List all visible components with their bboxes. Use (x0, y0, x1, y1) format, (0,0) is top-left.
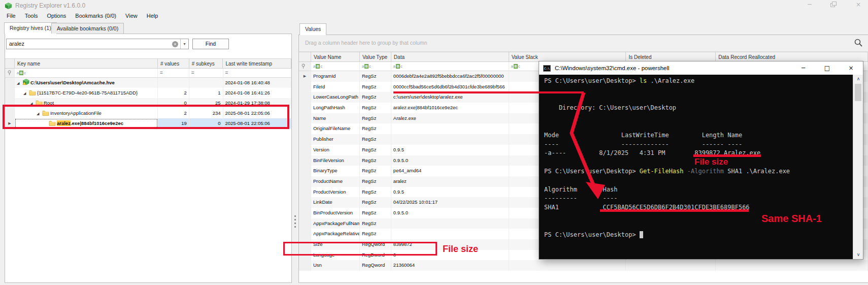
values-column-header[interactable]: Is Deleted (626, 52, 716, 62)
tree-row[interactable]: ◢Root0252024-01-29 17:38:08 (5, 98, 291, 108)
value-name-cell: BinFileVersion (311, 155, 360, 166)
abc-filter-icon[interactable]: aBc (511, 64, 520, 69)
terminal-text-segment: Get-FileHash (640, 168, 684, 175)
value-data-cell: 0000ccf5bad56ce5d6db6f2b4d301cfde3be689b… (391, 82, 509, 92)
tree-subkeys-count-cell: 1 (189, 88, 223, 98)
tree-key-cell[interactable]: ◢C:\Users\user\Desktop\Amcache.hve (15, 78, 158, 88)
group-by-hint: Drag a column header here to group by th… (305, 40, 427, 46)
search-value[interactable]: aralez (9, 41, 24, 47)
terminal-minimize-icon[interactable]: ─ (791, 61, 815, 75)
tree-column-header[interactable]: Last write timestamp (223, 58, 291, 69)
scroll-down-icon[interactable]: ∨ (853, 251, 863, 259)
terminal-line: ---- ------------- ------ ---- (544, 140, 850, 149)
tree-timestamp-cell: 2025-08-01 22:05:06 (223, 118, 292, 129)
menu-item-options[interactable]: Options (42, 11, 71, 21)
values-row-indicator (299, 155, 311, 166)
menu-item-tools[interactable]: Tools (20, 11, 43, 21)
tree-row[interactable]: ◢InventoryApplicationFile22342025-08-01 … (5, 108, 291, 118)
values-row-indicator (299, 103, 311, 113)
tree-column-header[interactable]: # values (158, 58, 189, 69)
search-icon[interactable] (854, 38, 863, 47)
values-column-header[interactable]: Data (391, 52, 509, 62)
scroll-up-icon[interactable]: ∧ (853, 75, 863, 83)
terminal-maximize-icon[interactable]: □ (815, 61, 839, 75)
search-dropdown-icon[interactable]: ▾ (180, 39, 188, 49)
abc-filter-icon[interactable]: aBc (393, 64, 403, 69)
tree-row[interactable]: ◢C:\Users\user\Desktop\Amcache.hve2024-0… (5, 78, 291, 88)
values-row[interactable]: UsnRegQword21360064 (299, 260, 868, 271)
values-row-indicator (299, 145, 311, 155)
abc-filter-icon[interactable]: aBc (17, 71, 26, 76)
tree-key-cell[interactable]: ◢{11517B7C-E79D-4e20-961B-75A811715ADD} (15, 88, 158, 98)
values-column-header[interactable]: Value Type (360, 52, 391, 62)
value-data-cell: aralez.exe|884bf1016ce9e2ec (391, 103, 509, 113)
expand-arrow-icon[interactable]: ◢ (30, 99, 36, 108)
value-type-cell: RegSz (360, 82, 391, 92)
value-name-cell: LinkDate (311, 197, 360, 208)
tab-available-bookmarks[interactable]: Available bookmarks (0/0) (51, 23, 124, 34)
values-filter-cell[interactable]: aBc (360, 62, 391, 71)
values-filter-cell[interactable]: aBc (311, 62, 360, 71)
panel-splitter-handle[interactable] (294, 215, 296, 230)
tree-column-header[interactable]: Key name (15, 58, 158, 69)
abc-filter-icon[interactable]: aBc (362, 64, 371, 69)
search-input[interactable]: aralez × ▾ (6, 39, 189, 49)
values-row-indicator (299, 123, 311, 134)
expand-arrow-icon[interactable]: ◢ (23, 88, 29, 98)
abc-filter-icon[interactable]: aBc (313, 64, 322, 69)
value-data-cell: 0.9.5.0 (391, 208, 509, 218)
tree-filter-row: aBc=== (5, 69, 291, 78)
value-data-cell (391, 229, 509, 239)
terminal-line (544, 158, 850, 167)
tab-registry-hives[interactable]: Registry hives (1) (4, 22, 57, 34)
values-column-header[interactable]: Data Record Reallocated (716, 52, 868, 62)
tree-key-cell[interactable]: ◢InventoryApplicationFile (15, 108, 158, 118)
value-name-cell: AppxPackageRelativeId (311, 229, 360, 239)
terminal-title-bar[interactable]: C:\ C:\Windows\system32\cmd.exe - powers… (539, 61, 863, 75)
values-row-indicator (299, 113, 311, 124)
tree-key-cell[interactable]: aralez.exe|884bf1016ce9e2ec (15, 118, 158, 129)
terminal-close-icon[interactable]: × (839, 61, 863, 75)
menu-item-file[interactable]: File (2, 11, 20, 21)
tree-header-row: Key name# values# subkeysLast write time… (5, 58, 291, 69)
tree-filter-cell[interactable]: = (158, 69, 189, 78)
registry-hives-panel: aralez × ▾ Find Key name# values# subkey… (5, 34, 292, 283)
tree-subkeys-count-cell: 234 (189, 108, 223, 118)
values-row-indicator (299, 187, 311, 198)
tree-filter-cell[interactable]: = (189, 69, 223, 78)
terminal-scrollbar[interactable]: ∧ ∨ (853, 75, 863, 259)
values-column-header[interactable]: Value Slack (509, 52, 626, 62)
tree-key-cell[interactable]: ◢Root (15, 98, 158, 108)
expand-arrow-icon[interactable]: ◢ (17, 78, 22, 88)
menu-item-view[interactable]: View (121, 11, 142, 21)
terminal-output[interactable]: PS C:\Users\user\Desktop> ls .\Aralez.ex… (539, 75, 863, 259)
value-name-cell: ProductVersion (311, 187, 360, 198)
value-type-cell: RegSz (360, 103, 391, 113)
minimize-icon[interactable]: ─ (806, 1, 813, 9)
tree-row[interactable]: ▶aralez.exe|884bf1016ce9e2ec1902025-08-0… (5, 118, 291, 129)
find-button[interactable]: Find (192, 39, 229, 49)
group-by-bar[interactable]: Drag a column header here to group by th… (299, 35, 868, 52)
value-data-cell: Aralez.exe (391, 113, 509, 124)
scrollbar-thumb[interactable] (855, 84, 861, 101)
tree-filter-cell[interactable]: aBc (15, 69, 158, 78)
tree-filter-cell[interactable]: = (223, 69, 292, 78)
tree-timestamp-cell: 2024-01-08 16:40:48 (223, 78, 292, 88)
tree-row-indicator (5, 88, 15, 98)
tree-row[interactable]: ◢{11517B7C-E79D-4e20-961B-75A811715ADD}2… (5, 88, 291, 98)
values-column-header[interactable]: Value Name (311, 52, 360, 62)
tab-values[interactable]: Values (299, 23, 326, 35)
clear-search-icon[interactable]: × (172, 41, 178, 47)
values-filter-pin-cell[interactable] (299, 62, 311, 71)
restore-icon[interactable] (830, 1, 838, 9)
tree-filter-pin-cell[interactable] (5, 69, 15, 78)
menu-item-help[interactable]: Help (142, 11, 163, 21)
terminal-line: Directory: C:\Users\user\Desktop (544, 104, 850, 113)
equals-filter-icon: = (160, 70, 163, 76)
menu-item-bookmarks-0-0[interactable]: Bookmarks (0/0) (71, 11, 121, 21)
values-filter-cell[interactable]: aBc (391, 62, 509, 71)
close-icon[interactable]: × (855, 1, 862, 9)
tree-timestamp-cell: 2025-08-01 22:05:06 (223, 108, 292, 118)
tree-column-header[interactable]: # subkeys (189, 58, 223, 69)
expand-arrow-icon[interactable]: ◢ (37, 109, 42, 118)
